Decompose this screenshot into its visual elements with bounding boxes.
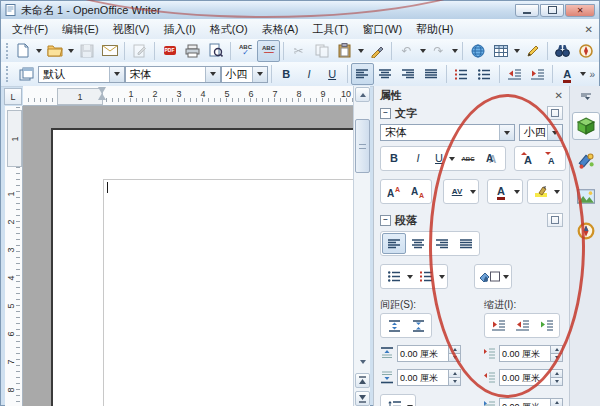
numbering-dropdown[interactable] — [438, 267, 446, 286]
close-button[interactable]: ✕ — [565, 4, 595, 17]
copy-button[interactable] — [310, 40, 333, 62]
line-spacing-dropdown[interactable] — [406, 397, 414, 406]
sidebar-menu-button[interactable] — [572, 89, 600, 105]
highlighting-dropdown[interactable] — [553, 182, 561, 201]
tab-stop-selector-button[interactable]: L — [4, 88, 22, 105]
edit-file-button[interactable] — [128, 40, 151, 62]
sidebar-align-center-button[interactable] — [406, 233, 430, 254]
tab-properties[interactable] — [572, 112, 600, 140]
sidebar-numbering-button[interactable] — [414, 266, 438, 287]
page-preview-button[interactable] — [204, 40, 227, 62]
strikethrough-button[interactable]: ABC — [456, 148, 480, 169]
paragraph-more-options-button[interactable] — [547, 213, 563, 227]
export-pdf-button[interactable]: PDF — [158, 40, 181, 62]
maximize-button[interactable] — [540, 4, 564, 17]
decrease-spacing-button[interactable] — [406, 315, 430, 336]
save-button[interactable] — [75, 40, 98, 62]
menu-edit[interactable]: 编辑(E) — [55, 20, 106, 39]
spin-up-button[interactable] — [551, 370, 562, 377]
open-button[interactable] — [43, 40, 66, 62]
bullets-button[interactable] — [473, 63, 496, 85]
spin-down-button[interactable] — [449, 377, 460, 385]
spin-up-button[interactable] — [449, 346, 460, 353]
title-bar[interactable]: 未命名 1 - OpenOffice Writer ✕ — [1, 1, 599, 19]
scroll-up-button[interactable] — [355, 87, 370, 102]
spin-up-button[interactable] — [449, 370, 460, 377]
underline-button[interactable]: U — [321, 63, 344, 85]
align-center-button[interactable] — [374, 63, 397, 85]
sidebar-align-justify-button[interactable] — [454, 233, 478, 254]
paragraph-section-header[interactable]: − 段落 — [374, 212, 569, 228]
navigator-button[interactable] — [574, 40, 597, 62]
shadow-button[interactable]: AA — [480, 148, 504, 169]
tab-gallery[interactable] — [572, 182, 600, 210]
indent-before-field[interactable]: 0.00 厘米 — [499, 345, 563, 362]
sidebar-bold-button[interactable]: B — [382, 148, 406, 169]
increase-indent-button[interactable] — [526, 63, 549, 85]
menu-file[interactable]: 文件(F) — [5, 20, 55, 39]
find-replace-button[interactable] — [551, 40, 574, 62]
menu-tools[interactable]: 工具(T) — [305, 20, 355, 39]
sidebar-align-right-button[interactable] — [430, 233, 454, 254]
tab-navigator[interactable] — [572, 217, 600, 245]
sidebar-font-name-dropdown[interactable] — [499, 125, 514, 140]
font-color-button[interactable]: A — [556, 63, 579, 85]
sidebar-close-button[interactable]: ✕ — [555, 90, 563, 101]
new-document-dropdown[interactable] — [34, 41, 43, 61]
indent-after-field[interactable]: 0.00 厘米 — [499, 369, 563, 386]
paragraph-background-button[interactable] — [476, 266, 502, 287]
spin-up-button[interactable] — [551, 399, 562, 406]
sidebar-italic-button[interactable]: I — [406, 148, 430, 169]
formatting-overflow-button[interactable]: » — [588, 69, 597, 80]
hyperlink-button[interactable] — [466, 40, 489, 62]
scroll-down-button[interactable] — [355, 354, 370, 369]
spin-down-button[interactable] — [449, 353, 460, 361]
vertical-scrollbar[interactable] — [353, 86, 370, 406]
bullets-dropdown[interactable] — [406, 267, 414, 286]
sidebar-align-left-button[interactable] — [382, 233, 406, 254]
toolbar-grip[interactable] — [6, 66, 12, 82]
spellcheck-button[interactable]: ABC✓ — [234, 40, 257, 62]
next-page-button[interactable] — [355, 391, 370, 406]
sidebar-font-color-dropdown[interactable] — [513, 182, 521, 201]
collapse-icon[interactable]: − — [380, 108, 391, 119]
redo-button[interactable]: ↷ — [427, 40, 450, 62]
numbering-button[interactable] — [450, 63, 473, 85]
font-name-combo[interactable]: 宋体 — [125, 66, 221, 83]
toolbar-grip[interactable] — [6, 43, 8, 59]
sidebar-bullets-button[interactable] — [382, 266, 406, 287]
sidebar-underline-button[interactable]: U — [430, 148, 448, 169]
paste-dropdown[interactable] — [356, 41, 365, 61]
paste-button[interactable] — [333, 40, 356, 62]
menu-window[interactable]: 窗口(W) — [355, 20, 409, 39]
email-button[interactable] — [98, 40, 121, 62]
print-button[interactable] — [181, 40, 204, 62]
table-button[interactable] — [489, 40, 512, 62]
minimize-button[interactable] — [515, 4, 539, 17]
cut-button[interactable]: ✂ — [287, 40, 310, 62]
sidebar-decrease-indent-button[interactable] — [510, 315, 534, 336]
text-section-header[interactable]: − 文字 — [374, 105, 569, 121]
sidebar-font-size-combo[interactable]: 小四 — [519, 124, 563, 141]
character-spacing-button[interactable]: AV — [445, 181, 469, 202]
menu-table[interactable]: 表格(A) — [255, 20, 306, 39]
italic-button[interactable]: I — [298, 63, 321, 85]
text-more-options-button[interactable] — [547, 106, 563, 120]
decrease-font-size-button[interactable]: A — [540, 148, 564, 169]
font-color-dropdown[interactable] — [579, 64, 588, 84]
superscript-button[interactable]: AA — [382, 181, 406, 202]
undo-dropdown[interactable] — [418, 41, 427, 61]
align-justify-button[interactable] — [420, 63, 443, 85]
spin-up-button[interactable] — [551, 346, 562, 353]
increase-spacing-button[interactable] — [382, 315, 406, 336]
show-draw-functions-button[interactable] — [521, 40, 544, 62]
sidebar-font-name-combo[interactable]: 宋体 — [380, 124, 515, 141]
previous-page-button[interactable] — [355, 373, 370, 388]
first-line-indent-field[interactable]: 0.00 厘米 — [499, 398, 563, 406]
document-close-button[interactable]: ✕ — [585, 24, 593, 35]
undo-button[interactable]: ↶ — [395, 40, 418, 62]
paragraph-background-dropdown[interactable] — [502, 267, 510, 286]
collapse-icon[interactable]: − — [380, 215, 391, 226]
decrease-indent-button[interactable] — [503, 63, 526, 85]
highlighting-button[interactable] — [529, 181, 553, 202]
